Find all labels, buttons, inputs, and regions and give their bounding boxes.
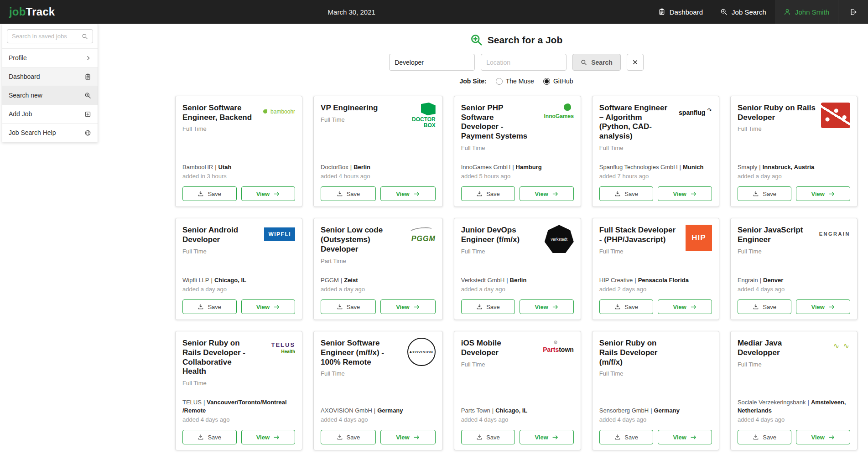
nav-item-job-search[interactable]: Job Search	[712, 0, 775, 24]
job-added: added 4 days ago	[738, 416, 850, 423]
view-button[interactable]: View	[796, 186, 850, 201]
job-site-row: Job Site: The Muse GitHub	[175, 77, 858, 85]
job-title: iOS Mobile Developer	[461, 339, 532, 357]
job-title: Senior Ruby on Rails Developer (m/f/x)	[599, 339, 670, 367]
company-logo: bamboohr	[259, 103, 295, 132]
navbar-date: March 30, 2021	[328, 0, 375, 24]
save-button[interactable]: Save	[321, 186, 376, 201]
job-added: added 4 days ago	[738, 286, 850, 293]
search-header: Search for a Job	[175, 34, 858, 46]
view-button[interactable]: View	[380, 186, 436, 201]
clipboard-icon	[84, 73, 91, 80]
save-button[interactable]: Save	[182, 430, 237, 444]
view-button[interactable]: View	[658, 186, 712, 201]
job-company: BambooHR	[182, 164, 213, 170]
view-button[interactable]: View	[658, 299, 712, 314]
separator: |	[759, 164, 760, 170]
view-button[interactable]: View	[380, 430, 436, 444]
job-title: Senior Software Engineer, Backend	[182, 103, 253, 122]
nav-user[interactable]: John Smith	[775, 0, 838, 24]
search-icon	[82, 33, 88, 40]
save-button[interactable]: Save	[461, 430, 515, 444]
saved-jobs-search-input[interactable]	[12, 33, 79, 40]
radio-the-muse[interactable]	[496, 78, 503, 85]
save-button[interactable]: Save	[182, 299, 237, 314]
job-meta: Spanflug Technologies GmbH|Munich	[599, 151, 712, 171]
view-button-label: View	[396, 434, 409, 441]
nav-item-dashboard[interactable]: Dashboard	[650, 0, 712, 24]
view-button[interactable]: View	[241, 430, 296, 444]
view-button[interactable]: View	[796, 299, 850, 314]
sidebar-item-search-new[interactable]: Search new	[2, 86, 98, 104]
job-company: Sociale Verzekeringsbank	[738, 399, 806, 406]
save-button[interactable]: Save	[599, 186, 654, 201]
company-logo-text: spanflug	[679, 109, 705, 116]
job-added: added 4 hours ago	[321, 173, 436, 180]
save-button[interactable]: Save	[321, 299, 376, 314]
radio-github[interactable]	[543, 78, 550, 85]
arrow-right-icon	[273, 434, 280, 441]
save-button[interactable]: Save	[321, 430, 376, 444]
view-button[interactable]: View	[380, 299, 436, 314]
separator: |	[374, 407, 375, 414]
job-location: Munich	[683, 164, 704, 170]
save-button[interactable]: Save	[182, 186, 237, 201]
job-card: Software Engineer – Algorithm (Python, C…	[592, 96, 719, 207]
arrow-right-icon	[690, 191, 697, 197]
view-button[interactable]: View	[241, 186, 296, 201]
sidebar-item-label: Profile	[9, 54, 27, 62]
search-button-label: Search	[591, 59, 613, 66]
view-button[interactable]: View	[241, 299, 296, 314]
job-company: PGGM	[321, 277, 339, 284]
clear-search-button[interactable]	[627, 54, 644, 71]
download-icon	[476, 191, 483, 197]
download-icon	[614, 304, 621, 310]
arrow-right-icon	[413, 304, 420, 310]
job-meta: TELUS|Vancouver/Toronto/Montreal /Remote	[182, 387, 295, 414]
download-icon	[614, 191, 621, 197]
company-logo-text: verkstedt	[551, 237, 568, 242]
location-input[interactable]	[481, 54, 567, 71]
company-logo-text: DOCTOR BOX	[408, 117, 436, 129]
job-meta: Verkstedt GmbH|Berlin	[461, 264, 574, 284]
download-icon	[337, 434, 343, 440]
job-location: Chicago, IL	[214, 277, 246, 284]
save-button[interactable]: Save	[461, 186, 515, 201]
job-site-option-github[interactable]: GitHub	[543, 77, 573, 85]
logout-button[interactable]	[838, 0, 868, 24]
save-button[interactable]: Save	[599, 430, 654, 444]
job-title: Software Engineer – Algorithm (Python, C…	[599, 103, 670, 141]
sidebar-item-add-job[interactable]: Add Job	[2, 104, 98, 123]
separator: |	[211, 277, 213, 284]
save-button[interactable]: Save	[738, 430, 792, 444]
view-button[interactable]: View	[796, 430, 850, 444]
view-button[interactable]: View	[658, 430, 712, 444]
company-logo: ENGRAIN	[814, 225, 850, 254]
view-button[interactable]: View	[520, 430, 574, 444]
job-type: Full Time	[461, 361, 532, 368]
save-button[interactable]: Save	[738, 186, 792, 201]
search-plus-icon	[470, 34, 483, 46]
company-logo-text: InnoGames	[544, 113, 573, 119]
sidebar-item-profile[interactable]: Profile	[2, 48, 98, 67]
job-site-option-the-muse[interactable]: The Muse	[496, 77, 534, 85]
save-button[interactable]: Save	[461, 299, 515, 314]
job-added: added 4 days ago	[321, 416, 436, 423]
sidebar-item-job-search-help[interactable]: Job Search Help	[2, 123, 98, 142]
keyword-input[interactable]	[389, 54, 475, 71]
sidebar-item-dashboard[interactable]: Dashboard	[2, 67, 98, 86]
view-button[interactable]: View	[520, 186, 574, 201]
job-location: Utah	[218, 164, 232, 170]
view-button[interactable]: View	[520, 299, 574, 314]
search-button[interactable]: Search	[572, 54, 621, 71]
separator: |	[341, 277, 342, 284]
main-content: Search for a Job Search Job Site: The Mu…	[175, 24, 858, 459]
nav-item-label: Dashboard	[670, 8, 703, 16]
save-button[interactable]: Save	[738, 299, 792, 314]
app-logo[interactable]: jobTrack	[0, 0, 64, 24]
sidebar-item-label: Search new	[9, 92, 42, 99]
plus-square-icon	[84, 111, 91, 118]
save-button[interactable]: Save	[599, 299, 654, 314]
job-type: Full Time	[182, 380, 253, 387]
close-icon	[632, 59, 638, 65]
